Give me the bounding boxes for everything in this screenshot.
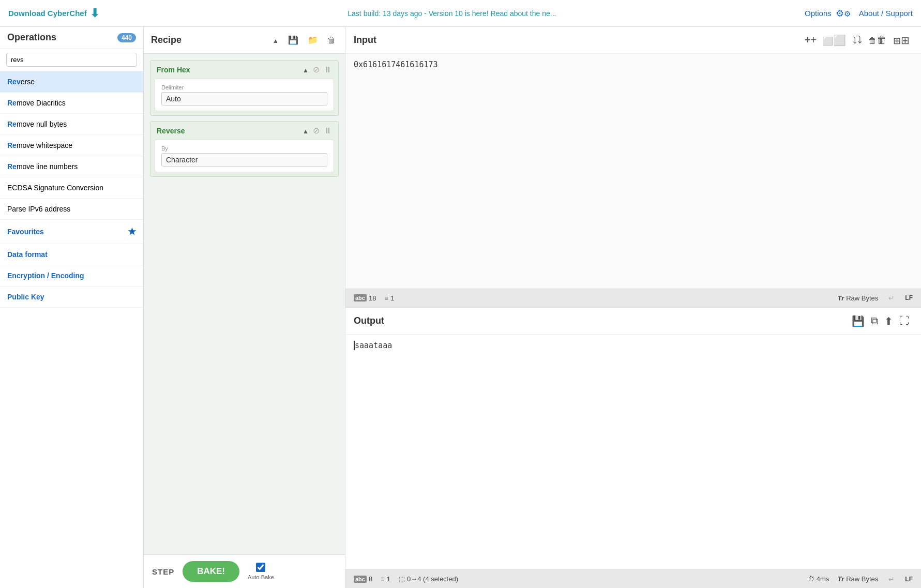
from-hex-disable-icon[interactable] [313,65,320,74]
output-statusbar-right: ⏱ 4ms Tr Raw Bytes ↵ LF [808,575,913,583]
input-import-button[interactable]: ⤵ [849,32,865,48]
output-raw-bytes-label: Raw Bytes [846,575,878,583]
about-support-link[interactable]: About / Support [859,9,913,18]
sidebar-item-ipv6[interactable]: Parse IPv6 address [0,199,143,220]
trash-icon [327,35,336,45]
input-trash-icon: 🗑 [868,34,887,46]
search-input[interactable] [6,53,137,67]
clock-icon: ⏱ [808,575,814,583]
highlight-re4: Re [7,162,17,171]
auto-bake-area[interactable]: Auto Bake [248,563,274,580]
gear-icon: ⚙ [836,8,851,19]
about-label: About / Support [859,9,913,18]
favourites-label: Favourites [7,228,44,236]
plus-icon: + [805,34,817,46]
lines-icon: ≡ [384,294,388,302]
sidebar-header: Operations 440 [0,27,143,49]
from-hex-icons [303,65,332,74]
output-copy-button[interactable]: ⧉ [868,313,881,329]
output-abc-label: abc [354,576,367,583]
output-arrow-icon: ↵ [888,575,895,583]
rest-whitespace: move whitespace [17,141,72,149]
recipe-card-reverse: Reverse By Character [150,121,339,177]
download-icon: ⬇ [90,7,99,20]
save-icon [288,35,298,45]
input-title: Input [354,35,802,46]
output-text: saaataaa [354,341,913,350]
output-text-icon: Tr [837,575,844,583]
recipe-content: From Hex Delimiter Auto Reverse [144,54,345,554]
from-hex-pause-icon[interactable] [324,65,332,74]
output-upload-button[interactable]: ⬆ [881,313,896,329]
ecdsa-label: ECDSA Signature Conversion [7,184,103,192]
input-grid-button[interactable]: ⊞ [890,32,913,49]
recipe-clear-button[interactable] [325,33,338,48]
data-format-label: Data format [7,250,48,259]
grid-icon: ⊞ [893,35,910,46]
output-lf[interactable]: LF [905,576,913,583]
input-textarea[interactable]: 0x6161617461616173 [354,60,913,282]
input-abc-icon: abc 18 [354,294,376,302]
sidebar-item-data-format[interactable]: Data format [0,244,143,265]
output-expand-button[interactable]: ⛶ [896,313,913,329]
bake-button[interactable]: BAKE! [183,561,239,582]
rest-erse: erse [21,78,35,86]
import-icon: ⤵ [852,34,862,46]
output-raw-bytes[interactable]: Tr Raw Bytes [837,575,878,583]
sidebar-item-public-key[interactable]: Public Key [0,287,143,308]
output-title: Output [354,315,849,326]
input-char-count: 18 [369,294,376,302]
input-clear-button[interactable]: 🗑 [865,32,890,48]
reverse-pause-icon[interactable] [324,126,332,135]
right-panel: Input + ⬜ ⤵ 🗑 ⊞ 0x6161617461616173 abc 1… [345,27,921,588]
input-abc-label: abc [354,294,367,301]
folder-icon [308,35,318,45]
from-hex-field-value[interactable]: Auto [161,92,327,105]
recipe-load-button[interactable] [306,33,320,48]
sidebar-title: Operations [7,32,56,43]
auto-bake-label: Auto Bake [248,574,274,580]
input-raw-bytes[interactable]: Tr Raw Bytes [837,294,878,302]
from-hex-body: Delimiter Auto [155,79,334,111]
reverse-field-label: By [161,145,327,152]
input-lf-label: LF [905,294,913,301]
download-link[interactable]: Download CyberChef ⬇ [8,7,99,20]
input-lf[interactable]: LF [905,294,913,301]
reverse-field-value[interactable]: Character [161,153,327,167]
input-text-icon: Tr [837,294,844,302]
output-save-button[interactable]: 💾 [849,313,868,329]
auto-bake-checkbox[interactable] [256,563,265,572]
highlight-re2: Re [7,120,17,128]
input-raw-bytes-label: Raw Bytes [846,294,878,302]
input-lines-count: 1 [390,294,394,302]
reverse-title: Reverse [157,127,303,135]
highlight-rev: Rev [7,78,21,86]
sidebar-item-remove-diacritics[interactable]: Remove Diacritics [0,93,143,114]
sidebar-item-reverse[interactable]: Reverse [0,71,143,93]
recipe-save-button[interactable] [286,33,300,48]
output-statusbar: abc 8 ≡ 1 ⬚ 0→4 (4 selected) ⏱ 4ms [345,569,921,588]
output-lines-item: ≡ 1 [381,575,390,583]
from-hex-collapse-icon[interactable] [303,65,309,74]
reverse-collapse-icon[interactable] [303,126,309,135]
input-add-button[interactable]: + [802,32,820,48]
from-hex-field-label: Delimiter [161,84,327,91]
star-icon: ★ [128,226,136,237]
sidebar-item-encryption[interactable]: Encryption / Encoding [0,265,143,287]
input-lines-item: ≡ 1 [384,294,394,302]
step-button[interactable]: STEP [152,567,174,576]
sidebar-item-remove-line-numbers[interactable]: Remove line numbers [0,156,143,177]
sidebar-item-ecdsa[interactable]: ECDSA Signature Conversion [0,177,143,199]
input-window-button[interactable]: ⬜ [820,32,849,49]
output-selection-item: ⬚ 0→4 (4 selected) [399,575,458,583]
build-info[interactable]: Last build: 13 days ago - Version 10 is … [108,9,796,18]
reverse-disable-icon[interactable] [313,126,320,135]
options-area[interactable]: Options ⚙ [805,8,851,19]
sidebar-item-remove-whitespace[interactable]: Remove whitespace [0,135,143,156]
recipe-collapse-button[interactable] [270,33,281,48]
sidebar-item-favourites[interactable]: Favourites ★ [0,220,143,244]
output-header: Output 💾 ⧉ ⬆ ⛶ [345,308,921,335]
sidebar-item-remove-null-bytes[interactable]: Remove null bytes [0,114,143,135]
output-time-label: 4ms [817,575,829,583]
input-statusbar: abc 18 ≡ 1 Tr Raw Bytes ↵ LF [345,289,921,307]
